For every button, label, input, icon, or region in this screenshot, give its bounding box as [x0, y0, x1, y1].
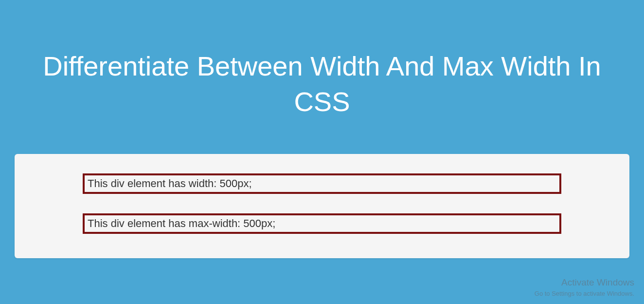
watermark-title: Activate Windows [535, 276, 634, 289]
width-demo-box: This div element has width: 500px; [83, 173, 561, 194]
page-title: Differentiate Between Width And Max Widt… [0, 0, 644, 139]
watermark-subtitle: Go to Settings to activate Windows. [535, 289, 634, 298]
max-width-demo-box: This div element has max-width: 500px; [83, 213, 561, 234]
windows-activation-watermark: Activate Windows Go to Settings to activ… [535, 276, 634, 298]
content-panel: This div element has width: 500px; This … [15, 154, 629, 258]
